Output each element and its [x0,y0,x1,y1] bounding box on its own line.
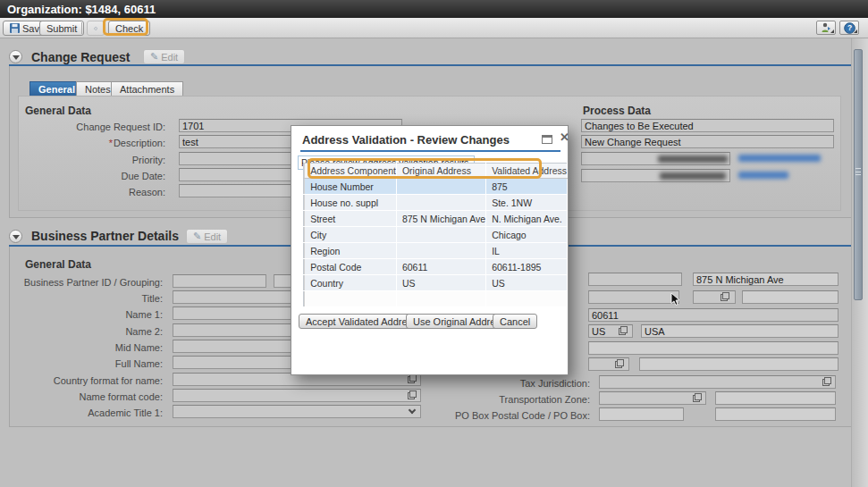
status-field[interactable] [581,119,834,132]
field-label: Full Name: [9,358,163,369]
field-label: Academic Title 1: [9,407,163,418]
redacted-value [658,155,728,163]
table-row[interactable]: House Number 875 [304,179,568,195]
process-data-heading: Process Data [583,105,651,117]
chevron-down-icon [13,55,20,60]
cancel-button[interactable]: Cancel [493,314,537,329]
value-help-icon[interactable] [822,377,831,386]
table-row-empty [304,291,568,307]
redacted-link [738,155,821,162]
edit-business-partner-button: ✎ Edit [186,229,228,244]
general-data-heading: General Data [25,105,91,117]
table-header-row: Address Component Original Address Valid… [304,164,568,179]
tax-jurisdiction-field[interactable] [599,375,836,389]
street2-field[interactable] [588,290,679,304]
dialog-title-underline [300,150,560,152]
address-validation-table: Address Component Original Address Valid… [303,163,568,307]
dialog-title: Address Validation - Review Changes [302,133,510,147]
field-label: Name 1: [9,309,163,320]
personalize-button[interactable] [816,21,836,35]
window-titlebar: Organization: $1484, 60611 [0,0,868,18]
column-header[interactable]: Address Component [305,164,397,179]
help-button[interactable]: ? [839,21,859,35]
field-label: Country format for name: [9,375,163,386]
value-help-icon[interactable] [721,292,729,301]
postal-code-city-field[interactable] [588,308,839,322]
business-partner-id-field[interactable] [173,274,266,288]
transportation-zone-field[interactable] [599,391,706,405]
general-data-heading: General Data [25,258,91,271]
field-label: PO Box Postal Code / PO Box: [411,410,590,421]
column-header[interactable]: Validated Address [486,164,568,179]
edit-change-request-button: ✎ Edit [143,49,185,64]
table-row[interactable]: House no. suppl Ste. 1NW [304,195,568,211]
tab-attachments[interactable]: Attachments [111,81,183,97]
value-help-icon[interactable] [619,326,628,335]
table-row[interactable]: Street 875 N Michigan Ave N. Michigan Av… [304,211,568,227]
collapse-business-partner-button[interactable] [9,230,22,243]
refresh-button [87,21,105,36]
save-icon [10,23,20,33]
check-button[interactable]: Check [108,21,150,36]
name-format-code-field[interactable] [173,389,421,402]
mouse-cursor [670,293,682,306]
address-validation-dialog: Address Validation - Review Changes ✕ Pl… [291,125,569,375]
field-label: Business Partner ID / Grouping: [9,277,163,288]
toolbar-separator [81,22,82,34]
value-help-icon[interactable] [615,359,624,368]
country-name-field[interactable] [641,324,839,338]
field-label: Name format code: [9,391,163,402]
table-row[interactable]: Country US US [304,275,568,291]
submit-button[interactable]: Submit [39,21,84,36]
field-label: Mid Name: [9,342,163,353]
main-toolbar: Save Submit Check ? [0,18,868,38]
field-label: Tax Jurisdiction: [411,378,590,389]
page-title: Organization: $1484, 60611 [7,3,156,16]
field-label: Change Request ID: [22,122,165,132]
street-field[interactable] [693,273,839,286]
redacted-link [738,172,788,179]
refresh-icon [94,24,97,33]
table-row[interactable]: City Chicago [304,227,568,243]
svg-text:?: ? [847,23,851,32]
field-label: Due Date: [22,171,165,181]
field-label: *Description: [22,138,165,148]
table-row[interactable]: Postal Code 60611 60611-1895 [304,259,568,275]
po-box-field[interactable] [715,407,836,421]
section-title-change-request: Change Request [31,50,130,64]
value-help-icon[interactable] [693,393,702,402]
scrollbar-grip-icon [855,168,861,175]
region-name-field[interactable] [639,357,839,371]
current-step-field[interactable] [581,135,834,148]
field-label: Reason: [22,187,165,197]
district-field[interactable] [742,290,839,304]
table-row[interactable]: Region IL [304,243,568,259]
close-icon[interactable]: ✕ [560,130,569,144]
collapse-change-request-button[interactable] [9,50,22,63]
transportation-zone-name-field[interactable] [715,391,836,405]
academic-title-select[interactable] [173,405,421,418]
chevron-down-icon [13,235,20,239]
field-label: Priority: [22,155,165,165]
section-title-business-partner: Business Partner Details [31,229,179,243]
column-header[interactable]: Original Address [396,164,485,179]
maximize-icon[interactable] [542,135,552,144]
house-number-field[interactable] [588,273,682,286]
pencil-icon: ✎ [193,231,201,242]
pencil-icon: ✎ [150,51,158,63]
redacted-value [660,172,726,180]
field-label: Name 2: [9,326,163,337]
address-extra-field[interactable] [588,341,839,355]
field-label: Title: [9,293,163,304]
po-box-postal-code-field[interactable] [599,407,684,421]
field-label: Transportation Zone: [411,394,590,405]
